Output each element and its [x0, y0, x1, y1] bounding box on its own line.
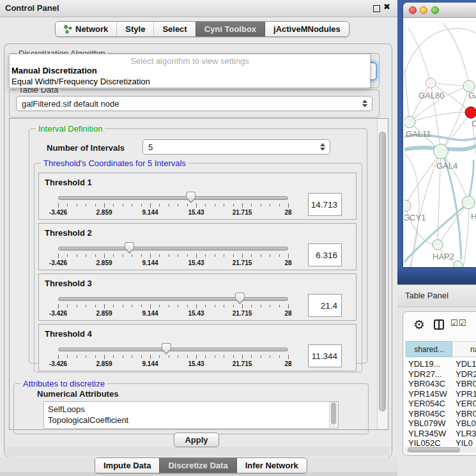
cell-shared-name[interactable]: YPR145W [408, 389, 447, 399]
slider-track[interactable] [58, 348, 288, 351]
number-of-intervals-combo[interactable]: 5 [142, 139, 330, 155]
cell-shared-name[interactable]: YBR043C [408, 379, 445, 388]
slider-tick-label: -3.426 [42, 360, 74, 367]
slider-handle[interactable] [162, 343, 171, 355]
select-columns-icon[interactable]: ☑☑ [450, 318, 466, 328]
cell-shared-name[interactable]: YER054C [408, 399, 445, 408]
vertical-scrollbar[interactable] [377, 119, 388, 429]
threshold-value-field[interactable]: 14.713 [308, 193, 342, 216]
minimize-traffic-light[interactable] [420, 6, 427, 14]
zoom-traffic-light[interactable] [431, 6, 439, 14]
tab-jactivemnodules[interactable]: jActiveMNodules [265, 22, 349, 36]
slider-tick [187, 204, 188, 206]
network-node-GAL4[interactable] [434, 144, 449, 159]
tab-select[interactable]: Select [153, 22, 195, 36]
threshold-value-field[interactable]: 6.316 [308, 243, 342, 266]
attribute-item[interactable]: TopologicalCoefficient [44, 415, 338, 426]
horizontal-scrollbar[interactable] [404, 447, 476, 453]
cell-shared-name[interactable]: YDL19... [408, 359, 441, 369]
slider-tick [215, 305, 215, 307]
slider-tick [224, 305, 224, 307]
slider-tick [132, 254, 132, 257]
table-row[interactable]: YBR045CYBR0 [403, 409, 476, 418]
threshold-slider[interactable]: -3.4262.8599.14415.4321.71528 [58, 245, 288, 266]
threshold-slider[interactable]: -3.4262.8599.14415.4321.71528 [58, 346, 288, 367]
attribute-item[interactable]: BetweennessCentrality [44, 426, 338, 429]
cell-name[interactable]: YBR0 [456, 379, 476, 388]
threshold-value-field[interactable]: 21.4 [308, 294, 342, 317]
tab-network[interactable]: Network [56, 22, 116, 36]
column-header-shared[interactable]: shared... [406, 341, 452, 357]
slider-track[interactable] [58, 196, 288, 200]
tab-style[interactable]: Style [116, 22, 153, 36]
node-label: GAL11 [406, 129, 431, 139]
cell-name[interactable]: YER0 [456, 399, 476, 408]
cell-shared-name[interactable]: YBR045C [408, 409, 445, 418]
tab-impute-data[interactable]: Impute Data [95, 458, 159, 473]
cell-shared-name[interactable]: YBL079W [408, 418, 446, 428]
slider-tick [159, 305, 160, 307]
scrollbar-thumb[interactable] [379, 132, 386, 411]
slider-track[interactable] [58, 247, 288, 250]
table-row[interactable]: YPR145WYPR1 [403, 389, 476, 399]
threshold-slider[interactable]: -3.4262.8599.14415.4321.71528 [58, 296, 288, 316]
table-row[interactable]: YLR345WYLR3 [403, 429, 476, 438]
split-panel-icon[interactable] [434, 319, 444, 330]
network-node-HAP2[interactable] [433, 240, 443, 250]
slider-tick [196, 304, 197, 309]
slider-handle[interactable] [235, 293, 245, 304]
control-panel-tab-bar: Network Style Select Cyni Toolbox jActiv… [55, 21, 349, 37]
list-scrollbar[interactable] [329, 402, 338, 428]
threshold-slider[interactable]: -3.4262.8599.14415.4321.71528 [58, 195, 288, 215]
cell-shared-name[interactable]: YDR27... [408, 369, 442, 379]
column-header-name[interactable]: na [452, 341, 476, 357]
network-window-titlebar[interactable] [403, 3, 476, 18]
network-node-H[interactable] [462, 196, 475, 209]
attribute-item[interactable]: SelfLoops [44, 402, 338, 415]
cell-name[interactable]: YDR2 [456, 369, 476, 379]
tab-infer-network[interactable]: Infer Network [236, 458, 307, 473]
table-row[interactable]: YDR27...YDR2 [403, 369, 476, 379]
float-window-icon[interactable] [373, 5, 380, 12]
close-traffic-light[interactable] [409, 6, 417, 14]
slider-tick [104, 355, 105, 359]
cell-name[interactable]: YLR3 [456, 429, 476, 438]
apply-button[interactable]: Apply [174, 433, 219, 447]
table-data-combo[interactable]: galFiltered.sif default node [16, 96, 372, 111]
table-row[interactable]: YBL079WYBL0 [403, 418, 476, 428]
cell-name[interactable]: YBL0 [456, 418, 476, 428]
table-row[interactable]: YER054CYER0 [403, 399, 476, 408]
slider-tick [150, 355, 151, 359]
tab-cyni-toolbox[interactable]: Cyni Toolbox [196, 22, 265, 36]
slider-track[interactable] [58, 297, 288, 301]
table-row[interactable]: YBR043CYBR0 [403, 379, 476, 388]
network-node-GAL11[interactable] [404, 116, 415, 128]
gear-icon[interactable]: ⚙ [413, 316, 425, 333]
slider-tick [141, 254, 142, 257]
option-manual-discretization[interactable]: Manual Discretization [12, 66, 97, 75]
network-node-GAL80[interactable] [426, 78, 436, 88]
network-node-unlabeled[interactable] [454, 261, 463, 267]
slider-handle[interactable] [125, 242, 134, 254]
cell-shared-name[interactable]: YLR345W [408, 429, 446, 438]
slider-tick [159, 204, 160, 206]
threshold-value-field[interactable]: 11.344 [308, 344, 342, 367]
network-edge [404, 69, 410, 122]
close-icon[interactable]: ✖ [383, 2, 390, 12]
slider-tick-label: 21.715 [226, 310, 258, 317]
slider-handle[interactable] [186, 192, 196, 203]
hscrollbar-thumb[interactable] [408, 447, 460, 452]
cell-name[interactable]: YBR0 [456, 409, 476, 418]
slider-tick [95, 254, 96, 257]
option-equal-width-frequency[interactable]: Equal Width/Frequency Discretization [12, 77, 150, 86]
cell-name[interactable]: YDL1 [456, 359, 476, 369]
network-canvas[interactable]: GAL80GACGAL11GAL4GCY1HHAP2 [404, 18, 476, 267]
numerical-attributes-list[interactable]: SelfLoopsTopologicalCoefficientBetweenne… [43, 401, 339, 429]
tab-discretize-data[interactable]: Discretize Data [159, 458, 236, 473]
slider-tick-label: 21.715 [226, 209, 258, 216]
network-node-C[interactable] [465, 107, 476, 118]
slider-tick [95, 204, 96, 206]
table-row[interactable]: YDL19...YDL1 [403, 359, 476, 369]
network-node-GCY1[interactable] [404, 200, 411, 211]
cell-name[interactable]: YPR1 [456, 389, 476, 399]
